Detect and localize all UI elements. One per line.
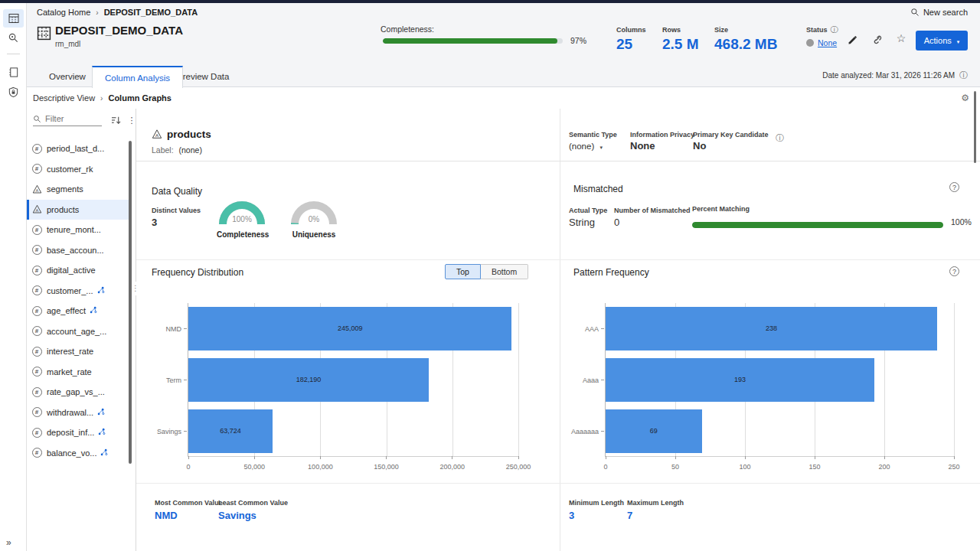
help-icon[interactable]: ?	[949, 266, 959, 276]
sidebar-item-balance_vo[interactable]: #balance_vo...	[27, 443, 129, 464]
minimum-length: Minimum Length 3	[569, 499, 624, 521]
toggle-top-button[interactable]: Top	[445, 264, 481, 279]
column-props: Semantic Type (none) ▾ Information Priva…	[560, 109, 980, 161]
semantic-type-dropdown[interactable]: (none) ▾	[569, 142, 617, 151]
column-name: products	[167, 129, 211, 140]
bar-value-label: 238	[766, 324, 777, 332]
star-favorite-icon[interactable]: ☆	[893, 31, 909, 46]
ml-suggestion-icon	[97, 408, 105, 417]
sidebar-item-label: customer_rk	[47, 165, 93, 174]
sidebar-item-label: balance_vo...	[47, 448, 96, 458]
sidebar-item-age_effect[interactable]: #age_effect	[27, 301, 129, 321]
charts-row: Frequency Distribution Top Bottom NMDTer…	[136, 260, 980, 484]
actions-button[interactable]: Actions ▾	[916, 31, 968, 51]
page-title: DEPOSIT_DEMO_DATA	[55, 24, 183, 37]
mismatched-title: Mismatched	[573, 184, 623, 194]
completeness-label: Completeness:	[381, 24, 434, 34]
app-window: » Catalog Home › DEPOSIT_DEMO_DATA New s…	[0, 0, 980, 551]
bar-value-label: 193	[734, 376, 746, 383]
bar-value-label: 69	[650, 427, 658, 435]
x-tick-label: 0	[186, 463, 190, 471]
gear-icon[interactable]: ⚙	[961, 93, 969, 103]
sidebar-item-deposit_inf[interactable]: #deposit_inf...	[27, 422, 129, 443]
sidebar-item-label: age_effect	[47, 306, 86, 315]
x-tick-label: 100,000	[308, 463, 333, 471]
filter-input[interactable]	[45, 114, 99, 123]
num-mismatched: Number of Mismatched 0	[614, 207, 691, 228]
info-privacy-value: None	[630, 140, 694, 152]
sort-icon[interactable]	[108, 113, 123, 127]
sidebar-item-segments[interactable]: Asegments	[27, 179, 129, 200]
sidebar-item-account_age_[interactable]: #account_age_...	[27, 321, 129, 342]
numeric-type-icon: #	[31, 265, 42, 276]
y-axis-labels: NMDTermSavings	[139, 303, 187, 457]
pk-value: No	[693, 140, 769, 152]
stat-rows: Rows 2.5 M	[662, 26, 699, 53]
string-type-icon: A	[31, 204, 42, 215]
chevron-down-icon: ▾	[957, 39, 960, 44]
svg-text:A: A	[35, 208, 38, 213]
x-tick-label: 50,000	[243, 463, 265, 471]
expand-rail-icon[interactable]: »	[6, 537, 11, 548]
notebook-icon[interactable]	[3, 63, 24, 81]
page-subtitle: rm_mdl	[55, 40, 80, 48]
breadcrumb-home-link[interactable]: Catalog Home	[37, 8, 90, 17]
sidebar-item-base_accoun[interactable]: #base_accoun...	[27, 240, 129, 261]
tab-bar: Overview Column Analysis Preview Data Da…	[27, 66, 980, 87]
sidebar-item-customer_rk[interactable]: #customer_rk	[27, 159, 129, 180]
gauge-label: Uniqueness	[289, 230, 339, 239]
x-tick-label: 200	[878, 463, 890, 471]
tab-column-analysis[interactable]: Column Analysis	[92, 66, 183, 88]
x-tick-label: 150	[808, 463, 820, 471]
numeric-type-icon: #	[31, 346, 42, 357]
tab-overview[interactable]: Overview	[37, 66, 98, 87]
governance-shield-icon[interactable]	[3, 83, 24, 101]
help-icon[interactable]: ⓘ	[776, 134, 784, 142]
help-icon[interactable]: ?	[949, 182, 959, 192]
x-tick-label: 150,000	[374, 463, 399, 471]
descriptive-view-link[interactable]: Descriptive View	[33, 93, 95, 103]
sidebar-item-tenure_mont[interactable]: #tenure_mont...	[27, 220, 129, 240]
x-tick-label: 250	[948, 463, 959, 471]
column-analysis-main: A products Label: (none) Semantic Type (…	[136, 109, 980, 551]
x-tick-label: 50	[671, 463, 679, 471]
main-scrollbar[interactable]	[974, 91, 976, 163]
plot-area: 23819369050100150200250	[605, 303, 954, 457]
info-icon[interactable]: ⓘ	[959, 71, 968, 80]
plot-area: 245,009182,19063,724050,000100,000150,00…	[188, 303, 518, 457]
asset-header: DEPOSIT_DEMO_DATA rm_mdl Completeness: 9…	[27, 21, 980, 66]
status-none-link[interactable]: None	[818, 38, 837, 47]
new-search-button[interactable]: New search	[910, 8, 968, 17]
sidebar-item-rate_gap_vs_[interactable]: #rate_gap_vs_...	[27, 382, 129, 403]
edit-pencil-icon[interactable]	[844, 32, 860, 47]
sidebar-item-label: account_age_...	[47, 327, 106, 336]
sidebar-scrollbar[interactable]	[129, 141, 132, 464]
status-dot	[806, 39, 814, 47]
gauge-percent: 100%	[217, 215, 267, 223]
toggle-bottom-button[interactable]: Bottom	[481, 264, 528, 279]
sidebar-item-digital_active[interactable]: #digital_active	[27, 260, 129, 281]
least-common-value: Least Common Value Savings	[218, 499, 288, 521]
string-type-icon: A	[152, 129, 162, 140]
sidebar-item-period_last_d[interactable]: #period_last_d...	[27, 139, 129, 159]
numeric-type-icon: #	[31, 285, 42, 296]
sidebar-item-market_rate[interactable]: #market_rate	[27, 362, 129, 383]
info-icon[interactable]: ⓘ	[831, 26, 838, 34]
sidebar-item-label: digital_active	[47, 266, 96, 275]
sidebar-item-label: base_accoun...	[47, 246, 104, 255]
filter-input-wrap	[33, 114, 102, 126]
search-discovery-icon[interactable]	[3, 28, 24, 47]
sidebar-item-interest_rate[interactable]: #interest_rate	[27, 341, 129, 362]
catalog-icon[interactable]	[3, 9, 24, 28]
ml-suggestion-icon	[90, 306, 97, 315]
ml-suggestion-icon	[98, 428, 106, 437]
panel-drag-handle[interactable]: ⋮	[132, 282, 139, 295]
link-icon[interactable]	[869, 32, 884, 47]
gauge-label: Completeness	[217, 230, 267, 239]
sidebar-item-products[interactable]: Aproducts	[27, 200, 129, 220]
stat-size: Size 468.2 MB	[714, 26, 777, 53]
overflow-menu-icon[interactable]: ⋮	[126, 113, 137, 127]
sidebar-item-customer_[interactable]: #customer_...	[27, 281, 129, 302]
view-breadcrumb-current: Column Graphs	[108, 93, 172, 103]
sidebar-item-withdrawal[interactable]: #withdrawal...	[27, 403, 129, 423]
